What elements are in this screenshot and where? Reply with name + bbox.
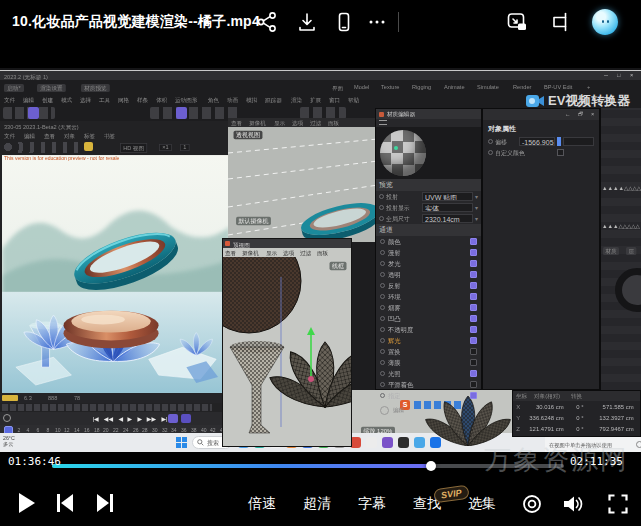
- panel-close-icon[interactable]: ×: [591, 112, 594, 118]
- layout-preset[interactable]: +: [587, 85, 590, 91]
- field-value[interactable]: 2320.14cm: [422, 214, 473, 223]
- viewport-menu-item[interactable]: 选项: [283, 249, 294, 257]
- document-tab[interactable]: 材质预览: [81, 84, 110, 92]
- channel-row[interactable]: 指定: [376, 390, 481, 401]
- channel-row[interactable]: 透明: [376, 269, 481, 280]
- channel-row[interactable]: 漫射: [376, 247, 481, 258]
- minimize-button[interactable]: ─: [604, 73, 608, 79]
- mini-player-icon[interactable]: [506, 11, 528, 33]
- material-editor-panel[interactable]: 材质编辑器 预览 投射 UVW 贴图 ▾ 投射显示 实体: [375, 108, 482, 390]
- input-slot[interactable]: [563, 137, 595, 146]
- toolbar-chip[interactable]: ×1: [159, 144, 172, 151]
- transport-button[interactable]: |◀: [93, 415, 99, 422]
- menu-item[interactable]: 跟踪器: [265, 96, 282, 104]
- coordinate-row[interactable]: Z 121.4791 cm 0 ° 792.9467 cm: [513, 423, 640, 434]
- start-button[interactable]: [176, 437, 187, 448]
- channel-checkbox[interactable]: [470, 348, 477, 355]
- coordinates-panel[interactable]: 坐标对象(相对)转换 X 30.016 cm 0 ° 571.585 cm Y …: [512, 390, 641, 437]
- channel-checkbox[interactable]: [470, 359, 477, 366]
- lock-icon[interactable]: [84, 142, 93, 151]
- viewport-menu-item[interactable]: 过滤: [300, 249, 311, 257]
- material-preview-sphere[interactable]: [380, 130, 426, 176]
- channel-row[interactable]: 凹凸: [376, 313, 481, 324]
- menu-item[interactable]: 编辑: [24, 132, 35, 140]
- viewport-menu-item[interactable]: 显示: [274, 119, 285, 127]
- menu-item[interactable]: 模拟: [246, 96, 257, 104]
- layout-preset[interactable]: Simulate: [477, 85, 499, 91]
- menu-item[interactable]: 网格: [118, 96, 129, 104]
- timeline-tool-icons[interactable]: [2, 404, 212, 411]
- viewport-menu-item[interactable]: 摄像机: [242, 249, 259, 257]
- menu-item[interactable]: 查看: [44, 132, 55, 140]
- field-value[interactable]: 实体: [422, 203, 473, 212]
- document-tab[interactable]: 启动*: [4, 84, 24, 92]
- taskbar-app-icon[interactable]: [382, 437, 393, 448]
- transport-button[interactable]: ▶▶: [147, 415, 156, 422]
- subtitles-button[interactable]: 字幕: [358, 495, 386, 513]
- menu-item[interactable]: 模式: [61, 96, 72, 104]
- gear-icon[interactable]: [380, 406, 389, 415]
- channel-row[interactable]: 不透明度: [376, 324, 481, 335]
- channel-checkbox[interactable]: [470, 392, 477, 399]
- size-value[interactable]: 792.9467 cm: [596, 426, 633, 432]
- channel-checkbox[interactable]: [470, 260, 477, 267]
- back-arrow-icon[interactable]: ←: [565, 112, 571, 118]
- menu-item[interactable]: 角色: [208, 96, 219, 104]
- hamburger-icon[interactable]: [379, 120, 387, 125]
- channel-row[interactable]: 置换: [376, 346, 481, 357]
- episodes-button[interactable]: 选集: [468, 495, 496, 513]
- layout-preset[interactable]: 界面: [332, 84, 343, 92]
- layout-preset[interactable]: Rigging: [412, 85, 431, 91]
- info-icon[interactable]: [636, 441, 641, 448]
- coordinate-row[interactable]: X 30.016 cm 0 ° 571.585 cm: [513, 401, 640, 412]
- channels-section-header[interactable]: 通道: [376, 224, 481, 236]
- layout-preset[interactable]: Texture: [381, 85, 399, 91]
- channel-checkbox[interactable]: [470, 282, 477, 289]
- menu-item[interactable]: 工具: [99, 96, 110, 104]
- viewport-menu-item[interactable]: 摄像机: [249, 119, 266, 127]
- position-value[interactable]: 30.016 cm: [526, 404, 563, 410]
- custom-color-checkbox[interactable]: [557, 149, 564, 156]
- coordinate-tab[interactable]: 转换: [571, 392, 582, 400]
- offset-value-input[interactable]: -1566.905 +: [519, 137, 555, 146]
- position-value[interactable]: 336.6248 cm: [526, 415, 563, 421]
- autokey-button[interactable]: [181, 414, 191, 423]
- loop-icon[interactable]: [3, 414, 11, 422]
- coordinate-tab[interactable]: 对象(相对): [534, 392, 560, 400]
- channel-checkbox[interactable]: [470, 315, 477, 322]
- viewport-menu-item[interactable]: 面板: [328, 119, 339, 127]
- object-row-icons-2[interactable]: ▲ ▲ ▲ △ △ △ △ △: [602, 223, 634, 229]
- material-field-row[interactable]: 投射显示 实体 ▾: [376, 202, 481, 213]
- layout-preset[interactable]: Model: [354, 85, 369, 91]
- volume-icon[interactable]: [562, 494, 584, 514]
- fullscreen-icon[interactable]: [608, 494, 628, 514]
- menu-item[interactable]: 样条: [137, 96, 148, 104]
- material-editor-titlebar[interactable]: 材质编辑器: [376, 109, 481, 119]
- float-window-titlebar[interactable]: 顶视图: [223, 239, 351, 248]
- layout-preset[interactable]: Render: [513, 85, 531, 91]
- transport-button[interactable]: ▶: [128, 415, 133, 422]
- channel-row[interactable]: 烟雾: [376, 302, 481, 313]
- download-icon[interactable]: [296, 11, 318, 33]
- channel-checkbox[interactable]: [470, 293, 477, 300]
- channel-row[interactable]: 辉光: [376, 335, 481, 346]
- channel-row[interactable]: 反射: [376, 280, 481, 291]
- quality-button[interactable]: 超清: [303, 495, 331, 513]
- channel-row[interactable]: 发光: [376, 258, 481, 269]
- menu-item[interactable]: 运动图形: [175, 96, 197, 104]
- manager-tab[interactable]: 材质: [603, 247, 619, 255]
- menu-item[interactable]: 选择: [80, 96, 91, 104]
- menu-item[interactable]: 书签: [104, 132, 115, 140]
- edit-label[interactable]: 编辑: [393, 406, 404, 414]
- taskbar-app-icon[interactable]: [398, 437, 409, 448]
- menu-item[interactable]: 动画: [227, 96, 238, 104]
- top-viewport-window[interactable]: 顶视图 查看摄像机显示选项过滤面板 线框: [222, 238, 352, 447]
- object-manager-column[interactable]: ▲ ▲ ▲ ▲ △ △ △ △ ▲ ▲ ▲ △ △ △ △ △ 材质层: [600, 108, 641, 390]
- chevron-down-icon[interactable]: ▾: [475, 204, 478, 211]
- position-value[interactable]: 121.4791 cm: [526, 426, 563, 432]
- layout-preset[interactable]: Animate: [444, 85, 465, 91]
- viewport-menu-item[interactable]: 查看: [231, 119, 242, 127]
- viewport-menu-item[interactable]: 选项: [292, 119, 303, 127]
- menu-item[interactable]: 编辑: [23, 96, 34, 104]
- perspective-viewport[interactable]: 查看摄像机显示选项过滤面板 透视视图 默认摄像机: [228, 118, 378, 242]
